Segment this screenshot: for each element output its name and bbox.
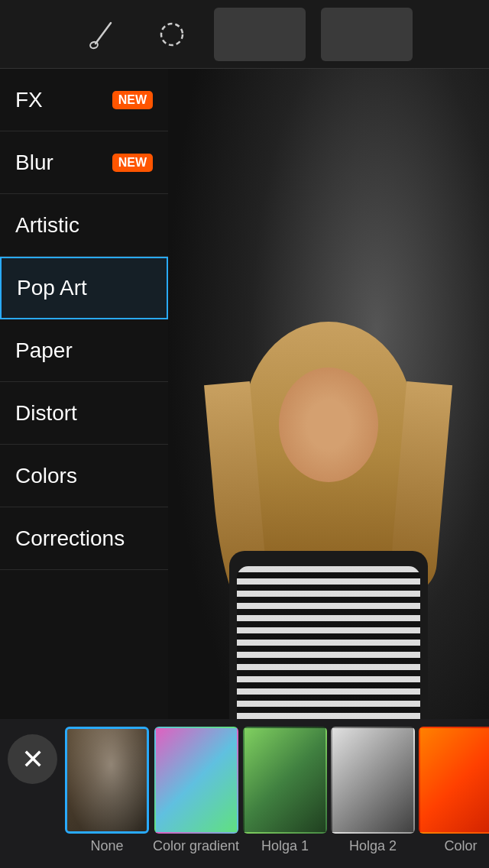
- apply-button[interactable]: [214, 8, 306, 61]
- sidebar-item-label: Paper: [15, 338, 73, 363]
- brush-button[interactable]: [76, 8, 130, 61]
- film-item-none[interactable]: None: [65, 727, 149, 854]
- photo-subject: [206, 322, 451, 719]
- face: [279, 368, 378, 482]
- body: [229, 551, 428, 719]
- film-thumb-color: [419, 727, 489, 834]
- confirm-button[interactable]: [428, 8, 481, 61]
- film-thumb-inner: [156, 728, 237, 832]
- circle-icon: [157, 19, 187, 50]
- photo-area: [168, 69, 489, 719]
- sidebar-item-distort[interactable]: Distort: [0, 382, 168, 445]
- film-thumb-holga-2: [331, 727, 415, 834]
- sidebar-item-pop-art[interactable]: Pop Art: [0, 257, 168, 319]
- photo-canvas[interactable]: [168, 69, 489, 719]
- sidebar-item-label: Distort: [15, 401, 77, 426]
- film-item-holga-2[interactable]: Holga 2: [331, 727, 415, 854]
- film-thumb-inner: [244, 728, 325, 832]
- film-thumb-color-gradient: [154, 727, 238, 834]
- sidebar: FXNEWBlurNEWArtisticPop ArtPaperDistortC…: [0, 69, 168, 719]
- sidebar-item-fx[interactable]: FXNEW: [0, 69, 168, 131]
- brush-icon: [88, 19, 118, 50]
- sidebar-item-label: Blur: [15, 151, 53, 175]
- film-item-holga-1[interactable]: Holga 1: [243, 727, 327, 854]
- svg-line-0: [96, 23, 111, 44]
- sidebar-item-artistic[interactable]: Artistic: [0, 194, 168, 257]
- film-label-holga-2: Holga 2: [349, 838, 397, 854]
- film-thumb-holga-1: [243, 727, 327, 834]
- shirt-stripes: [237, 566, 420, 719]
- film-label-color-gradient: Color gradient: [153, 838, 239, 854]
- sidebar-item-label: Pop Art: [17, 276, 87, 300]
- filmstrip-cancel-icon: ✕: [21, 743, 44, 776]
- film-thumb-inner: [420, 728, 489, 832]
- sidebar-item-corrections[interactable]: Corrections: [0, 507, 168, 570]
- sidebar-item-label: Artistic: [15, 213, 79, 238]
- svg-point-2: [161, 24, 183, 45]
- filmstrip: ✕ NoneColor gradientHolga 1Holga 2Color: [0, 719, 489, 868]
- close-button[interactable]: [8, 8, 61, 61]
- film-item-color[interactable]: Color: [419, 727, 489, 854]
- film-label-color: Color: [445, 838, 478, 854]
- sidebar-item-paper[interactable]: Paper: [0, 319, 168, 382]
- film-thumb-inner: [67, 729, 147, 831]
- film-label-none: None: [90, 838, 123, 854]
- sidebar-item-label: FX: [15, 88, 43, 112]
- new-badge: NEW: [112, 91, 153, 109]
- film-thumb-none: [65, 727, 149, 834]
- sidebar-item-blur[interactable]: BlurNEW: [0, 131, 168, 194]
- filmstrip-cancel-button[interactable]: ✕: [8, 734, 57, 784]
- toolbar: [0, 0, 489, 69]
- sidebar-item-label: Corrections: [15, 526, 125, 551]
- sidebar-item-colors[interactable]: Colors: [0, 445, 168, 507]
- new-badge: NEW: [112, 154, 153, 172]
- sidebar-item-label: Colors: [15, 464, 77, 488]
- film-item-color-gradient[interactable]: Color gradient: [153, 727, 239, 854]
- film-label-holga-1: Holga 1: [261, 838, 309, 854]
- svg-point-1: [89, 40, 99, 49]
- film-thumb-inner: [332, 728, 413, 832]
- main-area: FXNEWBlurNEWArtisticPop ArtPaperDistortC…: [0, 69, 489, 719]
- circle-tool-button[interactable]: [145, 8, 199, 61]
- reset-button[interactable]: [321, 8, 413, 61]
